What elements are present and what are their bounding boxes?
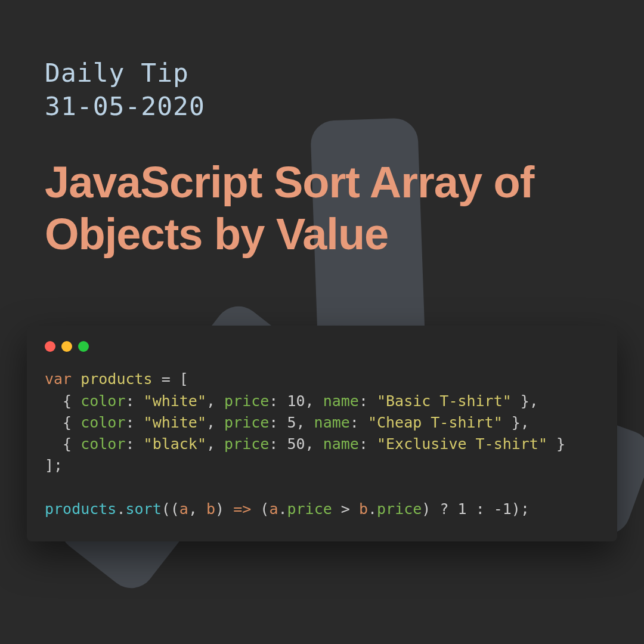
code-param: b bbox=[359, 500, 368, 518]
code-window: var products = [ { color: "white", price… bbox=[27, 326, 617, 541]
code-punct: = [ bbox=[153, 370, 188, 388]
code-string: "black" bbox=[144, 435, 206, 453]
code-prop: name bbox=[314, 414, 350, 431]
code-keyword: var bbox=[45, 370, 72, 388]
code-arrow: => bbox=[233, 500, 251, 518]
page-title: JavaScript Sort Array of Objects by Valu… bbox=[45, 156, 602, 261]
code-prop: color bbox=[80, 435, 125, 453]
code-variable: products bbox=[80, 370, 152, 388]
code-punct: ]; bbox=[45, 457, 63, 474]
code-number: 50 bbox=[287, 435, 305, 453]
code-param: a bbox=[179, 500, 188, 518]
subtitle-line2: 31-05-2020 bbox=[45, 91, 205, 121]
subtitle-line1: Daily Tip bbox=[45, 58, 189, 88]
code-prop: price bbox=[287, 500, 332, 518]
maximize-icon bbox=[78, 341, 89, 352]
code-prop: name bbox=[323, 392, 359, 410]
code-string: "Cheap T-shirt" bbox=[368, 414, 503, 431]
minimize-icon bbox=[61, 341, 72, 352]
code-string: "white" bbox=[144, 414, 206, 431]
code-string: "Exclusive T-shirt" bbox=[377, 435, 547, 453]
code-prop: price bbox=[377, 500, 422, 518]
close-icon bbox=[45, 341, 55, 352]
code-prop: color bbox=[80, 392, 125, 410]
code-number: -1 bbox=[494, 500, 512, 518]
code-number: 1 bbox=[458, 500, 467, 518]
code-param: b bbox=[206, 500, 215, 518]
subtitle: Daily Tip 31-05-2020 bbox=[45, 57, 602, 123]
code-number: 10 bbox=[287, 392, 305, 410]
window-controls bbox=[45, 341, 599, 352]
code-object: products bbox=[45, 500, 116, 518]
code-prop: price bbox=[224, 414, 269, 431]
code-prop: name bbox=[323, 435, 359, 453]
code-prop: color bbox=[80, 414, 125, 431]
code-string: "Basic T-shirt" bbox=[377, 392, 512, 410]
code-param: a bbox=[269, 500, 278, 518]
code-prop: price bbox=[224, 392, 269, 410]
code-function: sort bbox=[125, 500, 161, 518]
code-prop: price bbox=[224, 435, 269, 453]
code-string: "white" bbox=[144, 392, 206, 410]
code-number: 5 bbox=[287, 414, 296, 431]
code-block: var products = [ { color: "white", price… bbox=[45, 369, 599, 520]
